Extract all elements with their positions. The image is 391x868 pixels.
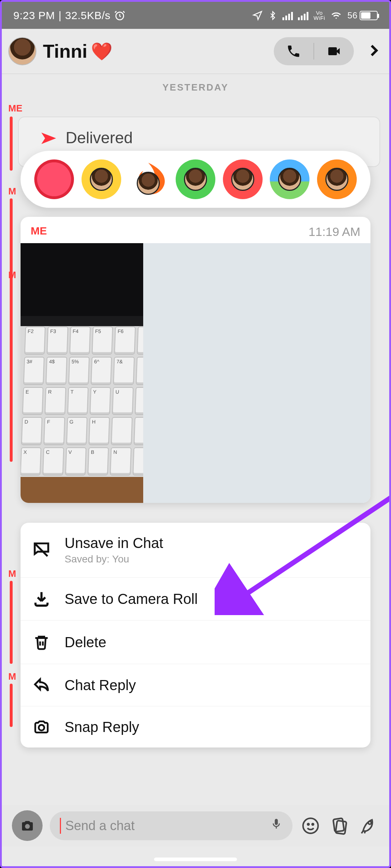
- chat-input[interactable]: Send a chat: [50, 811, 293, 840]
- chat-input-placeholder: Send a chat: [65, 818, 135, 833]
- call-controls: [274, 37, 354, 65]
- menu-unsave-in-chat[interactable]: Unsave in Chat Saved by: You: [21, 523, 370, 578]
- reaction-laugh-cry[interactable]: [82, 159, 121, 199]
- menu-item-label: Unsave in Chat: [65, 535, 163, 551]
- menu-item-label: Delete: [65, 634, 106, 650]
- wifi-icon: [330, 10, 342, 21]
- location-icon: [252, 10, 263, 21]
- bluetooth-icon: [268, 10, 277, 21]
- svg-point-5: [308, 823, 309, 825]
- signal-1-icon: [282, 11, 293, 20]
- alarm-icon: [114, 10, 126, 21]
- reaction-mind-blown[interactable]: [317, 159, 357, 199]
- menu-delete[interactable]: Delete: [21, 621, 370, 664]
- status-net-speed: 32.5KB/s: [65, 9, 111, 22]
- delivered-label: Delivered: [66, 129, 133, 147]
- unsave-icon: [31, 541, 52, 559]
- svg-point-4: [303, 818, 318, 833]
- sticker-icon[interactable]: [300, 817, 321, 835]
- sender-label: M: [8, 269, 16, 281]
- status-bar: 9:23 PM | 32.5KB/s VoWiFi 56: [2, 2, 389, 29]
- signal-2-icon: [298, 11, 308, 20]
- download-icon: [31, 590, 52, 608]
- avatar[interactable]: [8, 37, 36, 65]
- home-indicator: [154, 858, 237, 861]
- text-cursor: [60, 818, 61, 834]
- mic-icon[interactable]: [270, 816, 282, 835]
- reaction-thumbs-up[interactable]: [176, 159, 215, 199]
- sent-arrow-icon: ➤: [39, 127, 57, 148]
- camera-button[interactable]: [12, 810, 43, 841]
- menu-item-sublabel: Saved by: You: [65, 553, 163, 565]
- reaction-bar: [21, 151, 370, 208]
- reaction-shock[interactable]: [270, 159, 309, 199]
- reply-icon: [31, 676, 52, 694]
- sender-label: ME: [8, 103, 22, 114]
- chevron-right-icon[interactable]: [367, 41, 381, 61]
- media-sender: ME: [31, 225, 47, 239]
- status-time: 9:23 PM: [13, 9, 55, 22]
- chat-title[interactable]: Tinni ❤️: [43, 40, 113, 62]
- menu-save-to-camera-roll[interactable]: Save to Camera Roll: [21, 578, 370, 621]
- svg-point-3: [25, 824, 30, 829]
- battery-indicator: 56: [347, 10, 378, 21]
- vowifi-indicator: VoWiFi: [313, 10, 325, 21]
- camera-icon: [31, 719, 52, 735]
- svg-point-1: [39, 725, 44, 730]
- menu-item-label: Snap Reply: [65, 719, 139, 735]
- trash-icon: [31, 633, 52, 652]
- reaction-fire[interactable]: [128, 159, 168, 199]
- media-timestamp: 11:19 AM: [308, 225, 360, 239]
- menu-snap-reply[interactable]: Snap Reply: [21, 706, 370, 748]
- heart-icon: ❤️: [91, 41, 113, 62]
- svg-point-6: [312, 823, 313, 825]
- context-menu: Unsave in Chat Saved by: You Save to Cam…: [21, 523, 370, 748]
- menu-item-label: Chat Reply: [65, 677, 136, 693]
- sender-label: M: [8, 671, 16, 682]
- chat-header: Tinni ❤️: [2, 29, 389, 74]
- video-call-button[interactable]: [314, 44, 354, 58]
- rocket-icon[interactable]: [357, 816, 379, 835]
- sender-label: M: [8, 186, 16, 197]
- day-separator: YESTERDAY: [2, 74, 389, 101]
- sender-label: M: [8, 568, 16, 579]
- audio-call-button[interactable]: [274, 44, 313, 59]
- chat-input-bar: Send a chat: [2, 805, 389, 846]
- menu-chat-reply[interactable]: Chat Reply: [21, 664, 370, 706]
- svg-point-9: [368, 821, 371, 824]
- menu-item-label: Save to Camera Roll: [65, 591, 198, 607]
- media-card: ME 11:19 AM F2F3F4F5F6 3#4$5%6^7& ERTYU …: [21, 217, 370, 503]
- media-preview[interactable]: F2F3F4F5F6 3#4$5%6^7& ERTYU DFGH XCVBN: [21, 243, 370, 503]
- gallery-icon[interactable]: [329, 816, 350, 835]
- reaction-thumbs-down[interactable]: [223, 159, 263, 199]
- reaction-heart[interactable]: [34, 159, 74, 199]
